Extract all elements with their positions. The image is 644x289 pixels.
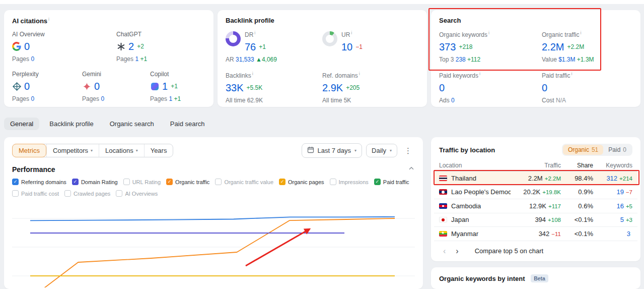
ai-citations-value[interactable]: 0 — [24, 81, 30, 91]
metric-checkbox-ai-overviews[interactable]: AI Overviews — [116, 190, 158, 197]
more-options-icon[interactable]: ⋮ — [401, 146, 415, 155]
next-page-icon[interactable]: › — [452, 247, 462, 256]
ads-count[interactable]: 0 — [451, 97, 455, 104]
keywords-value[interactable]: 5 — [620, 216, 624, 223]
info-icon[interactable]: i — [254, 30, 255, 35]
column-location: Location — [439, 162, 511, 169]
info-icon[interactable]: i — [580, 30, 581, 35]
ref-domains-value[interactable]: 2.9K — [322, 83, 343, 93]
metric-checkbox-referring-domains[interactable]: Referring domains — [12, 179, 66, 185]
prev-page-icon[interactable]: ‹ — [439, 247, 450, 256]
table-row-thailand[interactable]: Thailand 2.2M+2.2M 98.4% 312+214 — [434, 171, 637, 186]
metric-checkbox-domain-rating[interactable]: Domain Rating — [72, 179, 118, 185]
keywords-value[interactable]: 16 — [616, 202, 623, 210]
years-button[interactable]: Years — [144, 144, 173, 157]
info-icon[interactable]: i — [252, 71, 253, 76]
traffic-value: 20.2K — [523, 188, 540, 196]
metric-checkbox-url-rating[interactable]: URL Rating — [123, 179, 161, 185]
ai-citations-value[interactable]: 2 — [128, 41, 134, 51]
toggle-paid[interactable]: Paid0 — [603, 145, 631, 155]
keywords-value[interactable]: 3 — [627, 230, 630, 238]
country-name[interactable]: Japan — [451, 216, 469, 223]
country-name[interactable]: Myanmar — [451, 230, 478, 238]
ur-value[interactable]: 10 — [341, 42, 352, 52]
tab-organic-search[interactable]: Organic search — [104, 118, 160, 130]
organic-keywords-block: Organic keywordsi 373+218 Top 3 238 +112 — [439, 30, 542, 63]
info-icon[interactable]: i — [571, 71, 572, 76]
traffic-value: 342 — [539, 230, 550, 238]
pages-row: Pages 1 +1 — [150, 95, 181, 102]
ai-citations-value[interactable]: 0 — [24, 41, 30, 51]
keywords-value[interactable]: 312 — [606, 175, 617, 182]
filter-group: Metrics Competitors▾ Locations▾ Years — [12, 144, 173, 157]
info-icon[interactable]: i — [48, 17, 49, 22]
granularity-dropdown[interactable]: Daily ▾ — [366, 144, 397, 157]
keywords-value[interactable]: 19 — [616, 188, 623, 196]
metric-checkbox-row-1: Referring domains Domain Rating URL Rati… — [12, 179, 415, 185]
metric-checkbox-paid-traffic[interactable]: Paid traffic — [374, 179, 409, 185]
compare-top5-link[interactable]: Compare top 5 on chart — [475, 247, 544, 255]
backlinks-label: Backlinksi — [226, 71, 322, 79]
metric-checkbox-organic-pages[interactable]: Organic pages — [279, 179, 324, 185]
country-name[interactable]: Thailand — [451, 175, 476, 182]
ai-citations-value[interactable]: 1 — [162, 81, 168, 91]
backlinks-value[interactable]: 33K — [226, 83, 244, 93]
alltime-row: All time 5K — [322, 97, 419, 104]
pages-row: Pages 0 — [12, 95, 82, 102]
info-icon[interactable]: i — [479, 71, 480, 76]
pages-value[interactable]: 0 — [101, 95, 104, 102]
paid-traffic-value[interactable]: 0 — [542, 83, 547, 93]
country-name[interactable]: Cambodia — [451, 202, 481, 210]
ur-label: URi — [341, 30, 363, 38]
country-name[interactable]: Lao People's Democratic Reput — [451, 188, 511, 196]
competitors-dropdown[interactable]: Competitors▾ — [46, 144, 99, 157]
backlink-profile-card: Backlink profile DRi 76+1 AR 31,533 ▲4,0… — [218, 10, 427, 107]
tab-paid-search[interactable]: Paid search — [164, 118, 211, 130]
top3-value[interactable]: 238 — [456, 56, 466, 63]
toggle-organic[interactable]: Organic51 — [563, 145, 603, 155]
metric-checkbox-organic-traffic-value[interactable]: Organic traffic value — [215, 179, 273, 185]
metric-checkbox-crawled-pages[interactable]: Crawled pages — [64, 190, 110, 197]
info-icon[interactable]: i — [359, 71, 360, 76]
tab-general[interactable]: General — [4, 118, 39, 130]
tab-backlink-profile[interactable]: Backlink profile — [43, 118, 99, 130]
info-icon[interactable]: i — [488, 30, 489, 35]
paid-keywords-value[interactable]: 0 — [439, 83, 445, 93]
metrics-button[interactable]: Metrics — [12, 144, 46, 157]
date-controls: Last 7 days ▾ Daily ▾ ⋮ — [302, 143, 415, 158]
pages-value[interactable]: 0 — [31, 55, 34, 63]
pages-value[interactable]: 0 — [31, 95, 34, 102]
ar-value[interactable]: 31,533 — [236, 56, 254, 63]
date-range-dropdown[interactable]: Last 7 days ▾ — [302, 143, 363, 158]
change-badge: +205 — [346, 84, 360, 91]
table-row-cambodia[interactable]: Cambodia 12.9K+117 0.6% 16+5 — [434, 199, 637, 213]
organic-traffic-value[interactable]: 2.2M — [542, 42, 564, 52]
ai-citations-value[interactable]: 0 — [94, 81, 100, 91]
table-row-myanmar[interactable]: Myanmar 342−11 <0.1% 3 — [434, 227, 637, 241]
panel-title: Organic keywords by intent — [439, 275, 525, 282]
ar-row: AR 31,533 ▲4,069 — [226, 56, 322, 63]
table-row-japan[interactable]: Japan 394+108 <0.1% 5+3 — [434, 213, 637, 227]
chevron-down-icon: ▾ — [91, 148, 93, 153]
checkbox-icon — [279, 179, 285, 185]
info-icon[interactable]: i — [351, 30, 352, 35]
traffic-value-amount[interactable]: $1.3M — [558, 56, 575, 63]
pages-value[interactable]: 1 — [169, 95, 172, 102]
ai-item-label: Copilot — [150, 71, 181, 78]
table-row-laos[interactable]: Lao People's Democratic Reput 20.2K+19.8… — [434, 186, 637, 200]
change-badge: +2.2M — [567, 43, 584, 50]
metric-checkbox-impressions[interactable]: Impressions — [330, 179, 369, 185]
organic-keywords-value[interactable]: 373 — [439, 42, 456, 52]
dr-value[interactable]: 76 — [245, 42, 256, 52]
dr-label: DRi — [245, 30, 266, 38]
metric-checkbox-organic-traffic[interactable]: Organic traffic — [166, 179, 209, 185]
checkbox-icon — [12, 190, 19, 197]
keywords-change: +214 — [619, 176, 632, 182]
laos-flag-icon — [439, 189, 447, 195]
card-title: Backlink profile — [226, 17, 419, 24]
locations-dropdown[interactable]: Locations▾ — [99, 144, 144, 157]
collapse-chevron-icon[interactable] — [408, 165, 415, 174]
pages-value[interactable]: 1 — [135, 55, 138, 63]
metric-checkbox-paid-traffic-cost[interactable]: Paid traffic cost — [12, 190, 59, 197]
traffic-change: +117 — [548, 203, 561, 209]
